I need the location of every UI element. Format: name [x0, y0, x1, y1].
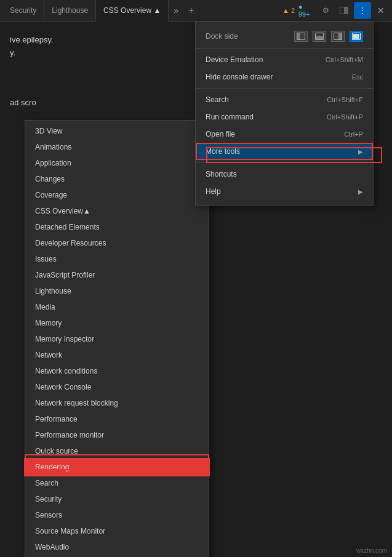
close-button[interactable]: ✕ [372, 2, 390, 19]
main-menu-button[interactable]: ⋮ [354, 2, 371, 19]
tab-css-overview[interactable]: CSS Overview ▲ [96, 0, 169, 22]
svg-rect-7 [338, 33, 342, 40]
more-tools-detached-elements[interactable]: Detached Elements [25, 219, 209, 235]
watermark: wxzhn.com [356, 547, 387, 554]
svg-rect-3 [297, 33, 300, 40]
more-tools-webaudio[interactable]: WebAudio [25, 539, 209, 555]
more-tools-memory-inspector[interactable]: Memory Inspector [25, 331, 209, 347]
more-tools-network-request-blocking[interactable]: Network request blocking [25, 395, 209, 411]
more-tools-changes[interactable]: Changes [25, 171, 209, 187]
more-tools-network-conditions[interactable]: Network conditions [25, 363, 209, 379]
more-tools-application[interactable]: Application [25, 155, 209, 171]
more-tools-quick-source[interactable]: Quick source [25, 443, 209, 459]
menu-help[interactable]: Help ▶ [196, 183, 373, 200]
main-menu-section: Device Emulation Ctrl+Shift+M Hide conso… [196, 49, 373, 89]
menu-run-command[interactable]: Run command Ctrl+Shift+P [196, 108, 373, 126]
dock-button[interactable] [335, 2, 353, 19]
more-tools-animations[interactable]: Animations [25, 139, 209, 155]
more-tools-coverage[interactable]: Coverage [25, 187, 209, 203]
menu-open-file[interactable]: Open file Ctrl+P [196, 126, 373, 143]
menu-device-emulation[interactable]: Device Emulation Ctrl+Shift+M [196, 51, 373, 68]
more-tools-network-console[interactable]: Network Console [25, 379, 209, 395]
menu-hide-console[interactable]: Hide console drawer Esc [196, 68, 373, 86]
more-tools-sensors[interactable]: Sensors [25, 507, 209, 523]
dock-right-icon[interactable] [331, 31, 345, 42]
menu-more-tools[interactable]: More tools ▶ [196, 143, 373, 160]
more-tools-developer-resources[interactable]: Developer Resources [25, 235, 209, 251]
main-dropdown-menu: Dock side [195, 22, 374, 206]
more-tools-issues[interactable]: Issues [25, 251, 209, 267]
tab-more-button[interactable]: » [169, 6, 183, 15]
main-menu-section3: Shortcuts Help ▶ [196, 163, 373, 202]
dock-side-section: Dock side [196, 25, 373, 49]
svg-rect-1 [344, 7, 348, 14]
menu-search[interactable]: Search Ctrl+Shift+F [196, 91, 373, 108]
more-tools-network[interactable]: Network [25, 347, 209, 363]
tab-lighthouse[interactable]: Lighthouse [44, 0, 96, 22]
warnings-badge[interactable]: ▲ 2 [280, 2, 297, 19]
tab-bar: Security Lighthouse CSS Overview ▲ » + ▲… [0, 0, 392, 22]
more-tools-media[interactable]: Media [25, 299, 209, 315]
tab-security[interactable]: Security [2, 0, 44, 22]
dock-bottom-icon[interactable] [313, 31, 326, 42]
menu-shortcuts[interactable]: Shortcuts [196, 166, 373, 183]
more-tools-security[interactable]: Security [25, 491, 209, 507]
more-tools-search[interactable]: Search [25, 475, 209, 491]
more-tools-source-maps-monitor[interactable]: Source Maps Monitor [25, 523, 209, 539]
tab-actions: ▲ 2 ● 99+ ⚙ ⋮ ✕ [280, 2, 390, 19]
more-tools-3d-view[interactable]: 3D View [25, 123, 209, 139]
more-tools-memory[interactable]: Memory [25, 315, 209, 331]
tab-add-button[interactable]: + [183, 5, 199, 16]
svg-rect-5 [316, 36, 324, 40]
dock-detach-icon[interactable] [350, 31, 363, 42]
more-tools-css-overview[interactable]: CSS Overview▲ [25, 203, 209, 219]
svg-rect-9 [353, 34, 359, 39]
more-tools-javascript-profiler[interactable]: JavaScript Profiler [25, 267, 209, 283]
settings-button[interactable]: ⚙ [317, 2, 334, 19]
more-tools-rendering[interactable]: Rendering [25, 459, 209, 475]
more-tools-panel: 3D View Animations Application Changes C… [25, 120, 209, 557]
info-badge[interactable]: ● 99+ [298, 2, 316, 19]
main-menu-section2: Search Ctrl+Shift+F Run command Ctrl+Shi… [196, 89, 373, 163]
dock-side-row: Dock side [196, 27, 373, 46]
more-tools-performance[interactable]: Performance [25, 411, 209, 427]
main-content: ive epilepsy. y. ad scro Dock side [0, 22, 392, 557]
more-tools-performance-monitor[interactable]: Performance monitor [25, 427, 209, 443]
more-tools-lighthouse[interactable]: Lighthouse [25, 283, 209, 299]
dock-left-icon[interactable] [294, 31, 308, 42]
